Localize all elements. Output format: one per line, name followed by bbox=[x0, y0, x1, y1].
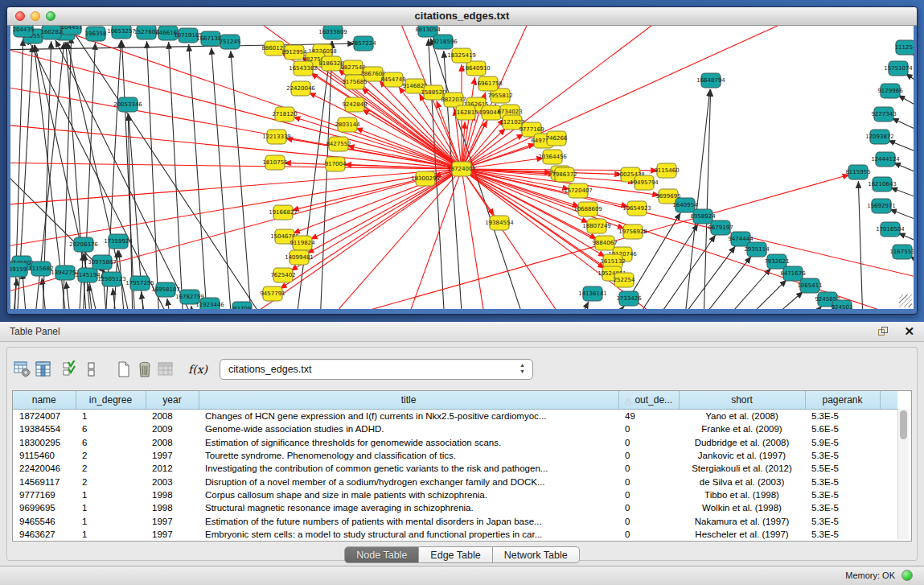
table-cell[interactable]: Embryonic stem cells: a model to study s… bbox=[199, 528, 618, 541]
table-cell[interactable]: 18300295 bbox=[13, 436, 76, 449]
network-window[interactable]: citations_edges.txt 18724007886012389129… bbox=[6, 6, 918, 315]
table-cell[interactable]: 2012 bbox=[146, 462, 199, 475]
table-cell[interactable]: 6 bbox=[76, 422, 146, 435]
network-node[interactable]: 12444124 bbox=[871, 152, 900, 167]
table-cell[interactable]: 2 bbox=[76, 462, 146, 475]
network-node[interactable]: 12093872 bbox=[865, 130, 894, 144]
network-node[interactable]: 19166827 bbox=[269, 205, 298, 220]
table-cell[interactable]: 1 bbox=[76, 501, 146, 514]
network-node[interactable]: 1810755 bbox=[262, 155, 287, 170]
table-row[interactable]: 969969511998Structural magnetic resonanc… bbox=[13, 501, 897, 514]
network-node[interactable]: 10688609 bbox=[573, 202, 602, 216]
column-header[interactable]: pagerank bbox=[805, 391, 880, 410]
network-node[interactable]: 16033809 bbox=[318, 26, 347, 39]
network-node[interactable]: 924501 bbox=[832, 300, 853, 309]
network-node[interactable]: 104451 bbox=[61, 26, 83, 35]
network-node[interactable]: 1065411 bbox=[797, 278, 822, 293]
network-node[interactable]: 15692971 bbox=[867, 199, 896, 213]
table-row[interactable]: 946554611997Estimation of the future num… bbox=[13, 514, 897, 527]
column-header[interactable]: title bbox=[199, 391, 618, 410]
network-node[interactable]: 2718120 bbox=[272, 107, 297, 122]
network-node[interactable]: 1115682 bbox=[28, 262, 53, 276]
table-cell[interactable]: Nakamura et al. (1997) bbox=[679, 514, 805, 527]
table-scrollbar[interactable] bbox=[897, 409, 909, 539]
table-cell[interactable] bbox=[880, 514, 897, 527]
table-cell[interactable]: Estimation of the future numbers of pati… bbox=[199, 514, 618, 527]
table-cell[interactable]: 9465546 bbox=[13, 514, 76, 527]
network-node[interactable]: 751245 bbox=[220, 35, 241, 49]
table-cell[interactable]: Estimation of significance thresholds fo… bbox=[199, 436, 618, 449]
network-node[interactable]: 20364456 bbox=[538, 150, 567, 164]
network-node[interactable]: 7986372 bbox=[552, 167, 577, 182]
table-cell[interactable] bbox=[880, 501, 897, 514]
table-row[interactable]: 911546021997Tourette syndrome. Phenomeno… bbox=[13, 449, 897, 462]
table-cell[interactable]: 0 bbox=[618, 488, 679, 501]
network-node[interactable]: 2803144 bbox=[335, 117, 360, 132]
table-cell[interactable]: 2008 bbox=[146, 436, 199, 449]
network-window-titlebar[interactable]: citations_edges.txt bbox=[7, 7, 917, 26]
network-node[interactable]: 18325419 bbox=[447, 48, 476, 63]
table-scrollbar-thumb[interactable] bbox=[900, 410, 907, 439]
network-node[interactable]: 16210643 bbox=[868, 177, 897, 192]
network-node[interactable]: 12213339 bbox=[262, 130, 291, 144]
network-node[interactable]: 9457791 bbox=[260, 286, 285, 301]
network-table-select[interactable]: citations_edges.txt ▲▼ bbox=[220, 359, 533, 380]
network-node[interactable]: 14136141 bbox=[578, 286, 607, 301]
network-node[interactable]: 17359924 bbox=[104, 234, 133, 249]
table-cell[interactable]: Changes of HCN gene expression and I(f) … bbox=[199, 410, 618, 423]
table-cell[interactable]: 1998 bbox=[146, 488, 199, 501]
network-node[interactable]: 917004 bbox=[325, 157, 347, 171]
table-cell[interactable]: 1 bbox=[76, 488, 146, 501]
memory-status-indicator[interactable] bbox=[901, 570, 913, 581]
network-node[interactable]: 2935114 bbox=[744, 242, 770, 257]
network-node[interactable]: 1733426 bbox=[616, 291, 642, 306]
table-cell[interactable]: Investigating the contribution of common… bbox=[199, 462, 618, 475]
column-header[interactable]: △out_de... bbox=[618, 391, 679, 410]
select-columns-button[interactable] bbox=[60, 359, 81, 380]
table-cell[interactable]: 9777169 bbox=[13, 488, 76, 501]
table-cell[interactable]: 5.5E-5 bbox=[805, 462, 880, 475]
network-node[interactable]: 18807249 bbox=[582, 219, 611, 233]
table-cell[interactable]: 9699695 bbox=[13, 501, 76, 514]
network-node[interactable]: 7625402 bbox=[270, 268, 295, 282]
network-node[interactable]: 9227343 bbox=[871, 107, 896, 122]
table-cell[interactable]: 5.3E-5 bbox=[805, 475, 880, 488]
network-node[interactable]: 39159 bbox=[10, 262, 27, 277]
column-header[interactable]: in_degree bbox=[76, 391, 146, 410]
table-cell[interactable]: Yano et al. (2008) bbox=[679, 410, 805, 423]
delete-table-button-disabled[interactable] bbox=[155, 359, 176, 380]
table-cell[interactable]: Tibbo et al. (1998) bbox=[679, 488, 805, 501]
network-node[interactable]: 252254 bbox=[614, 273, 635, 287]
table-cell[interactable]: 5.3E-5 bbox=[805, 514, 880, 527]
new-column-button[interactable] bbox=[113, 359, 134, 380]
network-node[interactable]: 92709 bbox=[232, 302, 252, 309]
network-node[interactable]: 9175685 bbox=[342, 75, 367, 89]
network-node[interactable]: 746266 bbox=[546, 131, 568, 146]
table-cell[interactable]: 9115460 bbox=[13, 449, 76, 462]
table-cell[interactable]: 0 bbox=[618, 462, 679, 475]
network-node[interactable]: 19654923 bbox=[622, 201, 651, 216]
table-cell[interactable] bbox=[880, 449, 897, 462]
table-cell[interactable]: 1 bbox=[76, 528, 146, 541]
network-node[interactable]: 9242848 bbox=[342, 97, 367, 112]
row-height-button[interactable] bbox=[81, 359, 102, 380]
table-cell[interactable]: 0 bbox=[618, 436, 679, 449]
network-node[interactable]: 10653257 bbox=[107, 26, 136, 39]
table-cell[interactable]: 5.9E-5 bbox=[805, 436, 880, 449]
table-row[interactable]: 977716911998Corpus callosum shape and si… bbox=[13, 488, 897, 501]
column-header[interactable]: name bbox=[13, 391, 76, 410]
network-node[interactable]: 8822037 bbox=[441, 93, 466, 107]
table-cell[interactable]: Stergiakouli et al. (2012) bbox=[679, 462, 805, 475]
network-node[interactable]: 196358 bbox=[85, 27, 107, 41]
table-cell[interactable]: Wolkin et al. (1998) bbox=[679, 501, 805, 514]
table-cell[interactable]: 18724007 bbox=[13, 410, 76, 423]
table-cell[interactable]: Tourette syndrome. Phenomenology and cla… bbox=[199, 449, 618, 462]
function-builder-button[interactable]: f(x) bbox=[187, 359, 208, 380]
network-node[interactable]: 19384554 bbox=[485, 216, 514, 230]
network-node[interactable]: 9119824 bbox=[290, 236, 315, 250]
table-cell[interactable] bbox=[880, 528, 897, 541]
table-cell[interactable] bbox=[880, 436, 897, 449]
table-row[interactable]: 946362711997Embryonic stem cells: a mode… bbox=[13, 528, 897, 541]
delete-column-button[interactable] bbox=[134, 359, 155, 380]
network-node[interactable]: 19756928 bbox=[618, 225, 647, 239]
